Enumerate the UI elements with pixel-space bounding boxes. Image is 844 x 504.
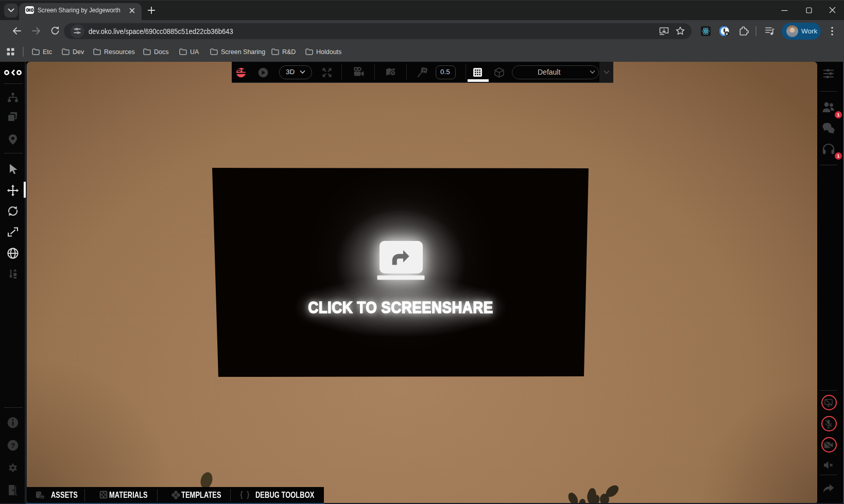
svg-text:?: ?: [11, 442, 15, 449]
